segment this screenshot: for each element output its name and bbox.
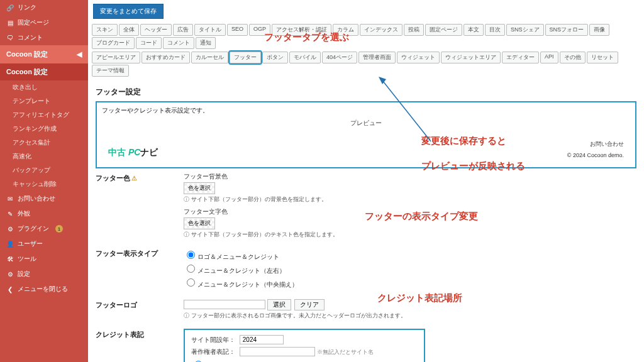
brush-icon: ✎ xyxy=(6,210,14,217)
tab-本文[interactable]: 本文 xyxy=(464,24,484,36)
credit-box: サイト開設年： 著作権者表記： ※無記入だとサイト名 © 2024 Cocoon… xyxy=(184,329,425,362)
page-icon: ▤ xyxy=(6,19,14,26)
preview-contact-link: お問い合わせ xyxy=(567,140,624,148)
tab-ブログカード[interactable]: ブログカード xyxy=(92,37,135,49)
sidebar-sub[interactable]: テンプレート xyxy=(0,94,88,108)
sidebar-item-tools[interactable]: 🛠ツール xyxy=(0,251,88,266)
tab-OGP[interactable]: OGP xyxy=(249,24,270,36)
sidebar-item-plugins[interactable]: ⚙プラグイン1 xyxy=(0,221,88,236)
main-panel: 変更をまとめて保存 スキン全体ヘッダー広告タイトルSEOOGPアクセス解析・認証… xyxy=(88,0,644,362)
tab-固定ページ[interactable]: 固定ページ xyxy=(425,24,462,36)
credit-year-label: サイト開設年： xyxy=(191,336,235,343)
mail-icon: ✉ xyxy=(6,195,14,202)
settings-tabs: スキン全体ヘッダー広告タイトルSEOOGPアクセス解析・認証カラムインデックス投… xyxy=(88,23,644,50)
footer-type-opt-2[interactable]: メニュー＆クレジット（中央揃え） xyxy=(184,281,298,288)
sidebar-sub[interactable]: キャッシュ削除 xyxy=(0,177,88,191)
fg-color-picker[interactable]: 色を選択 xyxy=(184,217,215,229)
footer-type-opt-1[interactable]: メニュー＆クレジット（左右） xyxy=(184,267,286,274)
tab-エディター[interactable]: エディター xyxy=(502,52,539,63)
sidebar-item-users[interactable]: 👤ユーザー xyxy=(0,236,88,251)
credit-author-note: ※無記入だとサイト名 xyxy=(317,349,374,355)
row-label-credit: クレジット表記 xyxy=(96,329,171,339)
tab-SNSシェア[interactable]: SNSシェア xyxy=(506,24,544,36)
credit-author-input[interactable] xyxy=(240,347,315,356)
preview-heading: プレビュー xyxy=(102,118,630,129)
tab-コメント[interactable]: コメント xyxy=(163,37,194,49)
tab-広告[interactable]: 広告 xyxy=(173,24,193,36)
comment-icon: 🗨 xyxy=(6,34,14,41)
sidebar-sub[interactable]: バックアップ xyxy=(0,163,88,177)
tab-アピールエリア[interactable]: アピールエリア xyxy=(92,52,140,63)
sidebar-group-cocoon[interactable]: Cocoon 設定◀ xyxy=(0,45,88,63)
settings-tabs-2: アピールエリアおすすめカードカルーセルフッターボタンモバイル404ページ管理者画… xyxy=(88,50,644,78)
admin-sidebar: 🔗リンク ▤固定ページ 🗨コメント Cocoon 設定◀ Cocoon 設定 吹… xyxy=(0,0,88,362)
tab-ウィジェット[interactable]: ウィジェット xyxy=(397,52,440,63)
preview-description: フッターやクレジット表示設定です。 xyxy=(102,106,630,115)
sidebar-item-link[interactable]: 🔗リンク xyxy=(0,0,88,15)
sidebar-item-appearance[interactable]: ✎外観 xyxy=(0,206,88,221)
tab-ウィジェットエリア[interactable]: ウィジェットエリア xyxy=(441,52,501,63)
tab-おすすめカード[interactable]: おすすめカード xyxy=(142,52,190,63)
sidebar-item-comments[interactable]: 🗨コメント xyxy=(0,30,88,45)
tab-モバイル[interactable]: モバイル xyxy=(289,52,321,63)
tab-管理者画面[interactable]: 管理者画面 xyxy=(358,52,396,63)
sidebar-sub[interactable]: ランキング作成 xyxy=(0,122,88,136)
chevron-left-icon: ◀ xyxy=(77,50,82,58)
credit-year-input[interactable] xyxy=(240,335,284,344)
tool-icon: 🛠 xyxy=(6,255,14,263)
row-label-footer-type: フッター表示タイプ xyxy=(96,248,171,258)
sidebar-sub[interactable]: アクセス集計 xyxy=(0,136,88,150)
save-button[interactable]: 変更をまとめて保存 xyxy=(93,4,164,19)
fg-color-title: フッター文字色 xyxy=(184,207,636,216)
logo-clear-button[interactable]: クリア xyxy=(294,299,325,310)
tab-その他[interactable]: その他 xyxy=(560,52,586,63)
gear-icon: ⚙ xyxy=(6,270,14,278)
logo-select-button[interactable]: 選択 xyxy=(267,299,291,310)
tab-アクセス解析・認証[interactable]: アクセス解析・認証 xyxy=(272,24,331,36)
sidebar-sub[interactable]: アフィリエイトタグ xyxy=(0,108,88,122)
sidebar-item-contact[interactable]: ✉お問い合わせ xyxy=(0,191,88,206)
tab-インデックス[interactable]: インデックス xyxy=(360,24,402,36)
plugin-icon: ⚙ xyxy=(6,225,14,233)
tab-カラム[interactable]: カラム xyxy=(333,24,358,36)
sidebar-item-collapse[interactable]: ❮メニューを閉じる xyxy=(0,282,88,297)
tab-404ページ[interactable]: 404ページ xyxy=(322,52,357,63)
tab-API[interactable]: API xyxy=(540,52,558,63)
sidebar-item-pages[interactable]: ▤固定ページ xyxy=(0,15,88,30)
footer-type-opt-0[interactable]: ロゴ＆メニュー＆クレジット xyxy=(184,253,279,260)
tab-タイトル[interactable]: タイトル xyxy=(194,24,226,36)
tab-通知[interactable]: 通知 xyxy=(196,37,216,49)
tab-全体[interactable]: 全体 xyxy=(119,24,139,36)
footer-logo-preview: 中古 PCナビ xyxy=(108,147,158,158)
sidebar-sub[interactable]: 吹き出し xyxy=(0,80,88,94)
row-label-footer-color: フッター色⚠ xyxy=(96,172,171,183)
sidebar-active-cocoon[interactable]: Cocoon 設定 xyxy=(0,63,88,80)
tab-SNSフォロー[interactable]: SNSフォロー xyxy=(545,24,589,36)
tab-テーマ情報[interactable]: テーマ情報 xyxy=(92,65,129,77)
preview-copyright: © 2024 Cocoon demo. xyxy=(567,152,624,158)
tab-カルーセル[interactable]: カルーセル xyxy=(191,52,228,63)
row-label-footer-logo: フッターロゴ xyxy=(96,299,171,310)
tab-フッター[interactable]: フッター xyxy=(230,52,261,63)
user-icon: 👤 xyxy=(6,240,14,248)
tab-投稿[interactable]: 投稿 xyxy=(404,24,424,36)
sidebar-item-settings[interactable]: ⚙設定 xyxy=(0,266,88,282)
warning-icon: ⚠ xyxy=(131,175,137,182)
tab-スキン[interactable]: スキン xyxy=(92,24,118,36)
tab-コード[interactable]: コード xyxy=(136,37,162,49)
tab-ヘッダー[interactable]: ヘッダー xyxy=(140,24,172,36)
collapse-icon: ❮ xyxy=(6,285,14,293)
footer-logo-help: フッター部分に表示されるロゴ画像です。未入力だとヘッダーロゴが出力されます。 xyxy=(184,312,636,320)
tab-ボタン[interactable]: ボタン xyxy=(262,52,288,63)
bg-color-picker[interactable]: 色を選択 xyxy=(184,182,215,194)
bg-color-title: フッター背景色 xyxy=(184,172,636,181)
tab-目次[interactable]: 目次 xyxy=(485,24,505,36)
section-title: フッター設定 xyxy=(96,87,636,97)
save-bar: 変更をまとめて保存 xyxy=(88,0,644,23)
bg-color-help: サイト下部（フッター部分）の背景色を指定します。 xyxy=(184,195,636,204)
sidebar-sub[interactable]: 高速化 xyxy=(0,150,88,163)
tab-画像[interactable]: 画像 xyxy=(589,24,609,36)
footer-logo-input[interactable] xyxy=(184,300,265,309)
tab-リセット[interactable]: リセット xyxy=(587,52,618,63)
tab-SEO[interactable]: SEO xyxy=(227,24,248,36)
